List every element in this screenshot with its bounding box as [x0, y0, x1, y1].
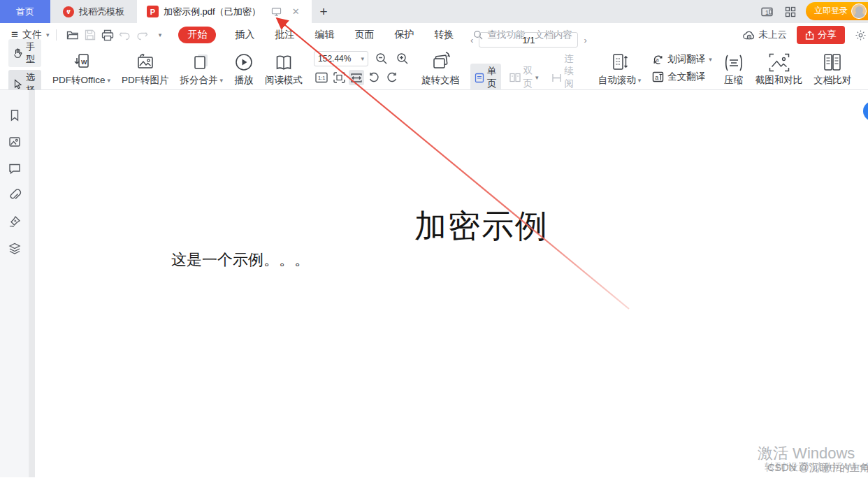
divider [56, 29, 57, 41]
tab-insert[interactable]: 插入 [233, 27, 256, 43]
monitor-icon[interactable] [271, 7, 282, 17]
menubar-right: 未上云 分享 [743, 26, 862, 44]
svg-text:W: W [81, 59, 87, 66]
actual-size-icon[interactable]: 1:1 [314, 70, 329, 85]
play-button[interactable]: 播放 [234, 50, 254, 87]
page-indicator[interactable]: 1/1 [479, 32, 578, 48]
print-icon[interactable] [99, 27, 116, 43]
dropdown-arrow-icon: ▾ [709, 57, 712, 63]
dropdown-arrow-icon: ▾ [220, 78, 224, 84]
doc-compare-button[interactable]: 文档比对 [813, 50, 851, 87]
gear-icon[interactable] [855, 29, 867, 41]
toolbar-options-icon[interactable]: ▾ [151, 27, 168, 43]
zoom-out-icon[interactable] [374, 51, 389, 66]
rotate-document-icon [429, 50, 451, 72]
tab-docer[interactable]: ⱴ 找稻壳模板 [50, 0, 137, 23]
chevron-down-icon: ▾ [46, 32, 50, 38]
tab-protect[interactable]: 保护 [393, 27, 415, 43]
auto-scroll-button[interactable]: 自动滚动▾ [598, 50, 642, 87]
tab-convert[interactable]: 转换 [433, 27, 455, 43]
compress-icon [723, 50, 744, 72]
avatar [851, 3, 867, 19]
svg-text:1:1: 1:1 [318, 75, 325, 81]
layers-icon[interactable] [8, 241, 22, 255]
new-tab-button[interactable]: + [312, 0, 335, 23]
close-icon[interactable]: ✕ [292, 6, 300, 17]
tab-home[interactable]: 首页 [0, 0, 50, 23]
pdf-to-image-button[interactable]: PDF转图片 [122, 50, 169, 87]
svg-text:1: 1 [765, 8, 769, 15]
cloud-icon [743, 30, 755, 40]
menu-tabs: 插入 批注 编辑 页面 保护 转换 [233, 27, 455, 43]
full-translate-icon: a [652, 71, 664, 82]
attachment-icon[interactable] [8, 188, 22, 202]
save-icon[interactable] [81, 27, 99, 43]
word-translate-icon: a [652, 54, 664, 66]
hand-icon [13, 48, 22, 58]
cloud-status[interactable]: 未上云 [743, 29, 788, 41]
chevron-down-icon: ▾ [361, 56, 365, 62]
document-body-text: 这是一个示例。。。 [171, 249, 310, 270]
tab-document[interactable]: P 加密示例.pdf（已加密） ✕ [137, 0, 312, 23]
word-translate-button[interactable]: a 划词翻译 ▾ [652, 53, 712, 66]
pointer-mode-group: 手型 选择 [8, 39, 41, 98]
full-translate-button[interactable]: a 全文翻译 [652, 71, 712, 83]
tab-annotate[interactable]: 批注 [273, 27, 296, 43]
fit-width-icon[interactable] [349, 70, 364, 85]
tab-docer-label: 找稻壳模板 [79, 6, 124, 18]
auto-scroll-icon [611, 50, 629, 72]
wps-pdf-window: 首页 ⱴ 找稻壳模板 P 加密示例.pdf（已加密） ✕ + 1 立即登录 [0, 0, 868, 478]
translate-group: a 划词翻译 ▾ a 全文翻译 [652, 53, 712, 83]
document-page: 加密示例 这是一个示例。。。 激活 Windows 转到“设置”以激活 Wind… [35, 90, 868, 477]
rotate-left-icon[interactable] [366, 70, 382, 85]
rotate-right-icon[interactable] [384, 70, 399, 85]
dropdown-arrow-icon: ▾ [108, 78, 111, 84]
hand-tool-button[interactable]: 手型 [8, 39, 41, 67]
read-aloud-button[interactable]: A 朗读 [862, 50, 868, 87]
prev-page-icon[interactable]: ‹ [470, 35, 473, 45]
rotate-document-button[interactable]: 旋转文档 [421, 50, 459, 87]
continuous-read-icon [551, 73, 562, 82]
zoom-cluster: 152.44% ▾ 1:1 [314, 51, 410, 85]
double-page-button[interactable]: 双页 ▾ [505, 64, 543, 92]
next-page-icon[interactable]: › [584, 35, 586, 45]
redo-icon[interactable] [133, 27, 151, 43]
window-list-icon[interactable]: 1 [761, 6, 775, 17]
split-merge-icon [191, 50, 211, 72]
split-merge-button[interactable]: 拆分合并▾ [180, 50, 224, 87]
read-mode-button[interactable]: 阅读模式 [265, 50, 303, 87]
docer-logo-icon: ⱴ [63, 6, 74, 17]
tab-page[interactable]: 页面 [353, 27, 375, 43]
single-page-button[interactable]: 单页 [470, 64, 501, 92]
apps-grid-icon[interactable] [785, 6, 796, 17]
assistant-button[interactable] [863, 101, 868, 121]
svg-text:a: a [655, 74, 658, 81]
single-page-icon [475, 73, 484, 83]
login-button[interactable]: 立即登录 [806, 2, 868, 20]
tab-start[interactable]: 开始 [178, 27, 216, 43]
thumbnail-icon[interactable] [8, 135, 22, 149]
fit-page-icon[interactable] [331, 70, 347, 85]
zoom-level-select[interactable]: 152.44% ▾ [314, 51, 368, 66]
undo-icon[interactable] [116, 27, 133, 43]
compress-button[interactable]: 压缩 [723, 50, 744, 87]
play-icon [234, 50, 254, 72]
dropdown-arrow-icon: ▾ [535, 75, 539, 81]
csdn-watermark: CSDN @沉睡中的主角 [767, 461, 868, 475]
share-icon [805, 31, 814, 40]
signature-icon[interactable] [8, 215, 22, 229]
tab-edit[interactable]: 编辑 [313, 27, 335, 43]
pdf-to-office-button[interactable]: W PDF转Office▾ [52, 50, 110, 87]
bookmark-icon[interactable] [8, 108, 22, 122]
comment-icon[interactable] [8, 161, 22, 175]
scrollbar[interactable] [29, 90, 35, 477]
share-button[interactable]: 分享 [797, 26, 845, 44]
login-label: 立即登录 [814, 5, 848, 17]
zoom-in-icon[interactable] [395, 51, 410, 66]
left-sidebar [0, 90, 29, 477]
pdf-to-office-icon: W [71, 50, 92, 72]
pdf-to-image-icon [136, 50, 155, 72]
open-folder-icon[interactable] [64, 27, 81, 43]
screenshot-compare-button[interactable]: 截图和对比 [755, 50, 803, 87]
doc-compare-icon [823, 50, 841, 72]
